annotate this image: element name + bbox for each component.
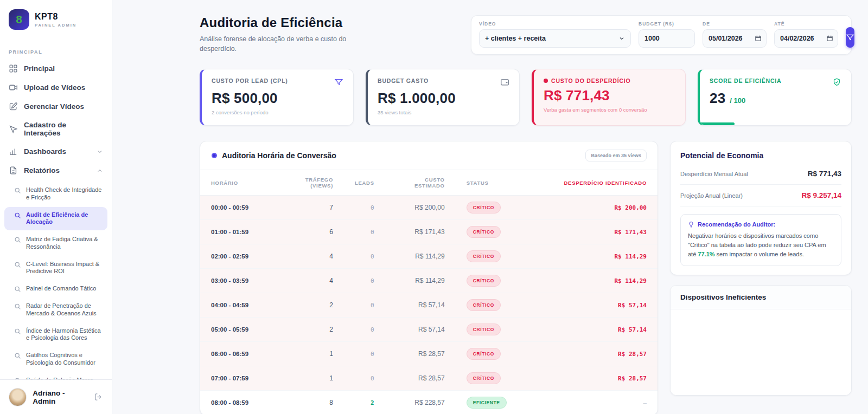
sidebar-item-cadastro-interacoes[interactable]: Cadastro de Interações — [0, 116, 112, 142]
cell-desperdicio: R$ 28,57 — [518, 366, 658, 391]
table-row: 02:00 - 02:59 4 0 R$ 114,29 CRÍTICO R$ 1… — [200, 244, 658, 269]
cell-leads: 0 — [344, 342, 385, 366]
cell-trafego: 1 — [282, 366, 344, 391]
funnel-icon — [846, 33, 854, 42]
sidebar-item-relatorios[interactable]: Relatórios — [0, 161, 112, 180]
status-badge: CRÍTICO — [467, 226, 501, 238]
sidebar-report-item[interactable]: Audit de Eficiência de Alocação — [4, 207, 107, 231]
sidebar-report-item[interactable]: Saúde da Relação Marca- — [4, 372, 107, 380]
cell-trafego: 6 — [282, 220, 344, 244]
kpi-score-value: 23 — [710, 90, 725, 107]
budget-filter-label: BUDGET (R$) — [639, 21, 695, 27]
main-content: Auditoria de Eficiência Análise forense … — [112, 0, 868, 414]
right-panel: Potencial de Economia Desperdício Mensal… — [670, 141, 852, 396]
devices-card: Dispositivos Ineficientes — [670, 285, 852, 396]
kpi-waste-sub: Verba gasta em segmentos com 0 conversão — [544, 107, 675, 113]
filter-bar: VÍDEO + clientes + receita BUDGET (R$) D… — [471, 15, 852, 55]
sidebar-item-gerenciar-videos[interactable]: Gerenciar Vídeos — [0, 97, 112, 116]
sidebar-report-item[interactable]: Radar de Penetração de Mercado & Oceanos… — [4, 298, 107, 322]
lightbulb-icon — [688, 221, 694, 228]
status-badge: CRÍTICO — [467, 202, 501, 214]
kpi-waste-label: CUSTO DO DESPERDÍCIO — [544, 77, 631, 84]
cell-horario: 04:00 - 04:59 — [200, 293, 282, 318]
cell-custo: R$ 28,57 — [385, 366, 456, 391]
conversion-table: HORÁRIO TRÁFEGO (VIEWS) LEADS CUSTO ESTI… — [200, 170, 658, 414]
cell-custo: R$ 114,29 — [385, 269, 456, 293]
sidebar-report-item[interactable]: Painel de Comando Tático — [4, 281, 107, 297]
sidebar-report-item[interactable]: Índice de Harmonia Estética e Psicologia… — [4, 323, 107, 347]
cell-desperdicio: R$ 114,29 — [518, 244, 658, 269]
cell-horario: 03:00 - 03:59 — [200, 269, 282, 293]
table-row: 01:00 - 01:59 6 0 R$ 171,43 CRÍTICO R$ 1… — [200, 220, 658, 244]
cell-desperdicio: R$ 200,00 — [518, 196, 658, 220]
sidebar-report-item-label: Painel de Comando Tático — [26, 285, 96, 293]
cell-horario: 08:00 - 08:59 — [200, 391, 282, 414]
target-icon — [211, 152, 218, 159]
table-row: 00:00 - 00:59 7 0 R$ 200,00 CRÍTICO R$ 2… — [200, 196, 658, 220]
col-status: STATUS — [456, 170, 518, 196]
reports-subnav: Health Check de Integridade e Fricção Au… — [0, 180, 112, 379]
chevron-up-icon — [97, 167, 103, 174]
status-badge: CRÍTICO — [467, 299, 501, 311]
search-icon — [14, 285, 21, 293]
cell-status: CRÍTICO — [456, 342, 518, 366]
status-badge: CRÍTICO — [467, 275, 501, 287]
shield-check-icon — [832, 77, 841, 87]
budget-input[interactable] — [639, 29, 695, 48]
grid-icon — [9, 64, 18, 73]
table-row: 08:00 - 08:59 8 2 R$ 228,57 EFICIENTE – — [200, 391, 658, 414]
user-name: Adriano - Admin — [33, 389, 88, 405]
table-row: 04:00 - 04:59 2 0 R$ 57,14 CRÍTICO R$ 57… — [200, 293, 658, 318]
cell-leads: 2 — [344, 391, 385, 414]
video-select[interactable]: + clientes + receita — [479, 29, 631, 48]
page-subtitle: Análise forense de alocação de verba e c… — [200, 34, 357, 54]
sidebar-report-item[interactable]: C-Level: Business Impact & Predictive RO… — [4, 256, 107, 280]
table-row: 03:00 - 03:59 4 0 R$ 114,29 CRÍTICO R$ 1… — [200, 269, 658, 293]
kpi-cards: CUSTO POR LEAD (CPL) R$ 500,00 2 convers… — [200, 69, 852, 126]
cell-horario: 00:00 - 00:59 — [200, 196, 282, 220]
sidebar-item-label: Principal — [24, 64, 55, 73]
kpi-budget-value: R$ 1.000,00 — [378, 90, 509, 107]
table-row: 07:00 - 07:59 1 0 R$ 28,57 CRÍTICO R$ 28… — [200, 366, 658, 391]
nav-section-label: PRINCIPAL — [0, 35, 112, 59]
kpi-cpl-label: CUSTO POR LEAD (CPL) — [212, 77, 288, 84]
cell-trafego: 8 — [282, 391, 344, 414]
app-subtitle: PAINEL ADMIN — [35, 23, 76, 28]
cell-status: CRÍTICO — [456, 366, 518, 391]
recommendation-title: Recomendação do Auditor: — [698, 221, 775, 228]
search-icon — [14, 211, 21, 219]
cell-trafego: 4 — [282, 244, 344, 269]
sidebar: 8 KPT8 PAINEL ADMIN PRINCIPAL Principal … — [0, 0, 112, 414]
sidebar-item-principal[interactable]: Principal — [0, 59, 112, 78]
apply-filter-button[interactable] — [846, 27, 854, 48]
sidebar-item-label: Gerenciar Vídeos — [24, 102, 84, 111]
sidebar-item-label: Upload de Vídeos — [24, 83, 85, 92]
sidebar-report-item[interactable]: Matriz de Fadiga Criativa & Ressonância — [4, 231, 107, 255]
cell-status: CRÍTICO — [456, 220, 518, 244]
sidebar-report-item[interactable]: Gatilhos Cognitivos e Psicologia do Cons… — [4, 347, 107, 371]
cell-custo: R$ 114,29 — [385, 244, 456, 269]
sidebar-item-dashboards[interactable]: Dashboards — [0, 142, 112, 161]
col-horario: HORÁRIO — [200, 170, 282, 196]
cell-desperdicio: R$ 28,57 — [518, 342, 658, 366]
sidebar-item-upload-videos[interactable]: Upload de Vídeos — [0, 78, 112, 97]
kpi-budget-sub: 35 views totais — [378, 109, 509, 115]
video-camera-icon — [9, 83, 18, 92]
logout-icon[interactable] — [94, 392, 103, 402]
kpi-waste-value: R$ 771,43 — [544, 87, 675, 104]
sidebar-report-item[interactable]: Health Check de Integridade e Fricção — [4, 182, 107, 206]
cell-custo: R$ 171,43 — [385, 220, 456, 244]
cell-horario: 05:00 - 05:59 — [200, 318, 282, 342]
cell-desperdicio: R$ 114,29 — [518, 269, 658, 293]
page-header: Auditoria de Eficiência Análise forense … — [200, 15, 852, 55]
economy-title: Potencial de Economia — [680, 151, 841, 160]
cell-leads: 0 — [344, 293, 385, 318]
kpi-score-label: SCORE DE EFICIÊNCIA — [710, 77, 781, 84]
sidebar-report-item-label: C-Level: Business Impact & Predictive RO… — [26, 261, 103, 276]
cell-status: CRÍTICO — [456, 318, 518, 342]
cell-custo: R$ 57,14 — [385, 318, 456, 342]
kpi-cpl-value: R$ 500,00 — [212, 90, 343, 107]
kpi-card-waste: CUSTO DO DESPERDÍCIO R$ 771,43 Verba gas… — [532, 69, 686, 126]
cell-leads: 0 — [344, 220, 385, 244]
recommendation-text: Negativar horários e dispositivos marcad… — [688, 231, 834, 259]
